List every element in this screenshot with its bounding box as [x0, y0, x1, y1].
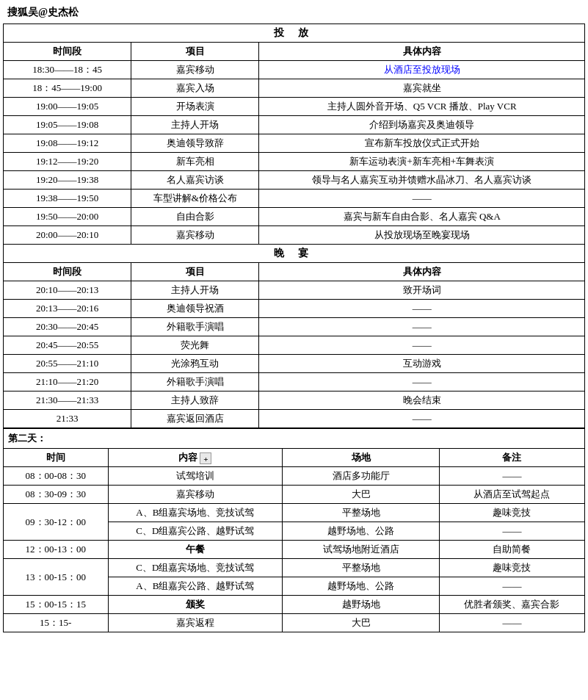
content-cell: C、D组嘉宾场地、竞技试驾 — [108, 559, 283, 577]
table-row: 08：00-08：30 试驾培训 酒店多功能厅 —— — [4, 467, 585, 486]
item-cell: 光涂鸦互动 — [131, 355, 259, 373]
detail-cell: 从酒店至投放现场 — [259, 61, 585, 79]
time-cell: 18:30——18：45 — [4, 61, 131, 79]
table-row: 19:08——19:12 奥迪领导致辞 宣布新车投放仪式正式开始 — [4, 134, 585, 153]
detail-cell: 从投放现场至晚宴现场 — [259, 226, 585, 245]
note-cell: —— — [439, 577, 584, 596]
time-cell: 08：30-09：30 — [4, 486, 109, 504]
time-cell: 19:05——19:08 — [4, 116, 131, 134]
content-cell: 午餐 — [108, 541, 283, 559]
table-row: 08：30-09：30 嘉宾移动 大巴 从酒店至试驾起点 — [4, 486, 585, 504]
time-cell: 13：00-15：00 — [4, 559, 109, 596]
detail-cell: 主持人圆外音开场、Q5 VCR 播放、Play VCR — [259, 98, 585, 116]
content-cell: C、D组嘉宾公路、越野试驾 — [108, 522, 283, 541]
table-row: 19:12——19:20 新车亮相 新车运动表演+新车亮相+车舞表演 — [4, 153, 585, 171]
time-cell: 15：00-15：15 — [4, 596, 109, 614]
detail-cell: 介绍到场嘉宾及奥迪领导 — [259, 116, 585, 134]
s1-col-time: 时间段 — [4, 43, 131, 61]
table-row: 19:05——19:08 主持人开场 介绍到场嘉宾及奥迪领导 — [4, 116, 585, 134]
time-cell: 19:38——19:50 — [4, 190, 131, 208]
venue-cell: 大巴 — [283, 614, 440, 632]
time-cell: 20:55——21:10 — [4, 355, 131, 373]
table-row: 18:30——18：45 嘉宾移动 从酒店至投放现场 — [4, 61, 585, 79]
s1-col-detail: 具体内容 — [259, 43, 585, 61]
page-title: 搜狐吴@史杰松 — [3, 3, 585, 24]
item-cell: 外籍歌手演唱 — [131, 318, 259, 336]
item-cell: 新车亮相 — [131, 153, 259, 171]
item-cell: 奥迪领导致辞 — [131, 134, 259, 153]
day2-label: 第二天： — [4, 429, 585, 449]
time-cell: 20:00——20:10 — [4, 226, 131, 245]
time-cell: 20:10——20:13 — [4, 281, 131, 300]
detail-cell: 互动游戏 — [259, 355, 585, 373]
note-cell: —— — [439, 467, 584, 486]
s2-col-detail: 具体内容 — [259, 263, 585, 281]
detail-cell: —— — [259, 318, 585, 336]
day2-table: 第二天： 时间 内容 + 场地 备注 08：00-08：30 试驾培训 酒店多功… — [3, 428, 585, 632]
item-cell: 主持人致辞 — [131, 392, 259, 410]
detail-cell: 晚会结束 — [259, 392, 585, 410]
item-cell: 自由合影 — [131, 208, 259, 226]
time-cell: 20:13——20:16 — [4, 300, 131, 318]
content-cell: 嘉宾移动 — [108, 486, 283, 504]
time-cell: 19:00——19:05 — [4, 98, 131, 116]
schedule-table-1: 投 放 时间段 项目 具体内容 18:30——18：45 嘉宾移动 从酒店至投放… — [3, 24, 585, 428]
time-cell: 21:10——21:20 — [4, 373, 131, 392]
section2-header: 晚 宴 — [4, 245, 585, 263]
time-cell: 09：30-12：00 — [4, 504, 109, 541]
note-cell: —— — [439, 522, 584, 541]
note-cell: 趣味竞技 — [439, 559, 584, 577]
item-cell: 嘉宾移动 — [131, 61, 259, 79]
table-row: 20:10——20:13 主持人开场 致开场词 — [4, 281, 585, 300]
detail-cell: —— — [259, 373, 585, 392]
table-row: 09：30-12：00 A、B组嘉宾场地、竞技试驾 平整场地 趣味竞技 — [4, 504, 585, 522]
time-cell: 20:30——20:45 — [4, 318, 131, 336]
table-row: 20:55——21:10 光涂鸦互动 互动游戏 — [4, 355, 585, 373]
section1-header: 投 放 — [4, 24, 585, 43]
note-cell: 优胜者颁奖、嘉宾合影 — [439, 596, 584, 614]
table-row: 20:00——20:10 嘉宾移动 从投放现场至晚宴现场 — [4, 226, 585, 245]
detail-cell: —— — [259, 410, 585, 428]
s2-col-item: 项目 — [131, 263, 259, 281]
table-row: 20:13——20:16 奥迪领导祝酒 —— — [4, 300, 585, 318]
venue-cell: 越野场地、公路 — [283, 577, 440, 596]
detail-cell: 领导与名人嘉宾互动并馈赠水晶冰刀、名人嘉宾访谈 — [259, 171, 585, 190]
table-row: 19:38——19:50 车型讲解&价格公布 —— — [4, 190, 585, 208]
time-cell: 21:30——21:33 — [4, 392, 131, 410]
detail-cell: 嘉宾就坐 — [259, 79, 585, 98]
item-cell: 嘉宾返回酒店 — [131, 410, 259, 428]
table-row: 20:45——20:55 荧光舞 —— — [4, 336, 585, 355]
item-cell: 外籍歌手演唱 — [131, 373, 259, 392]
table-row: 19:20——19:38 名人嘉宾访谈 领导与名人嘉宾互动并馈赠水晶冰刀、名人嘉… — [4, 171, 585, 190]
table-row: 21:30——21:33 主持人致辞 晚会结束 — [4, 392, 585, 410]
detail-cell: —— — [259, 300, 585, 318]
note-cell: 自助简餐 — [439, 541, 584, 559]
venue-cell: 试驾场地附近酒店 — [283, 541, 440, 559]
table-row: 21:33 嘉宾返回酒店 —— — [4, 410, 585, 428]
venue-cell: 平整场地 — [283, 559, 440, 577]
content-cell: 颁奖 — [108, 596, 283, 614]
detail-cell: 致开场词 — [259, 281, 585, 300]
item-cell: 嘉宾入场 — [131, 79, 259, 98]
time-cell: 12：00-13：00 — [4, 541, 109, 559]
time-cell: 19:50——20:00 — [4, 208, 131, 226]
detail-cell: 嘉宾与新车自由合影、名人嘉宾 Q&A — [259, 208, 585, 226]
time-cell: 08：00-08：30 — [4, 467, 109, 486]
time-cell: 21:33 — [4, 410, 131, 428]
add-button[interactable]: + — [200, 452, 211, 464]
content-cell: 试驾培训 — [108, 467, 283, 486]
note-cell: —— — [439, 614, 584, 632]
time-cell: 15：15- — [4, 614, 109, 632]
content-cell: 嘉宾返程 — [108, 614, 283, 632]
detail-cell: —— — [259, 190, 585, 208]
s1-col-item: 项目 — [131, 43, 259, 61]
venue-cell: 酒店多功能厅 — [283, 467, 440, 486]
item-cell: 开场表演 — [131, 98, 259, 116]
d2-col-time: 时间 — [4, 449, 109, 467]
d2-col-content: 内容 + — [108, 449, 283, 467]
table-row: 15：15- 嘉宾返程 大巴 —— — [4, 614, 585, 632]
item-cell: 荧光舞 — [131, 336, 259, 355]
content-cell: A、B组嘉宾公路、越野试驾 — [108, 577, 283, 596]
table-row: 15：00-15：15 颁奖 越野场地 优胜者颁奖、嘉宾合影 — [4, 596, 585, 614]
item-cell: 主持人开场 — [131, 116, 259, 134]
